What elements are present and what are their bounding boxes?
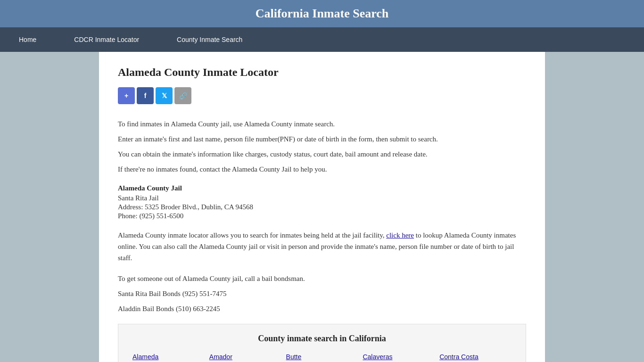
bail-block: To get someone out of Alameda County jai… xyxy=(118,273,526,314)
county-grid: AlamedaAmadorButteCalaverasContra CostaD… xyxy=(132,352,512,362)
main-nav: Home CDCR Inmate Locator County Inmate S… xyxy=(0,27,644,52)
main-content: Alameda County Inmate Locator + f 𝕏 🔗 To… xyxy=(99,52,545,362)
locator-text-before: Alameda County inmate locator allows you… xyxy=(118,231,386,239)
facebook-button[interactable]: f xyxy=(137,87,154,104)
jail-phone: Phone: (925) 551-6500 xyxy=(118,212,526,220)
copy-link-button[interactable]: 🔗 xyxy=(174,87,191,104)
county-search-title: County inmate search in California xyxy=(132,334,512,344)
page-title: Alameda County Inmate Locator xyxy=(118,66,526,79)
jail-info-block: Alameda County Jail Santa Rita Jail Addr… xyxy=(118,184,526,220)
county-link[interactable]: Contra Costa xyxy=(439,352,512,362)
jail-address: Address: 5325 Broder Blvd., Dublin, CA 9… xyxy=(118,203,526,211)
click-here-link[interactable]: click here xyxy=(386,231,414,239)
intro-para-4: If there're no inmates found, contact th… xyxy=(118,164,526,175)
bail-bonds-2: Aladdin Bail Bonds (510) 663-2245 xyxy=(118,303,526,314)
intro-para-2: Enter an inmate's first and last name, p… xyxy=(118,133,526,145)
bail-intro: To get someone out of Alameda County jai… xyxy=(118,273,526,284)
jail-facility: Santa Rita Jail xyxy=(118,194,526,202)
nav-home[interactable]: Home xyxy=(0,27,55,52)
nav-cdcr[interactable]: CDCR Inmate Locator xyxy=(55,27,158,52)
twitter-button[interactable]: 𝕏 xyxy=(156,87,173,104)
county-link[interactable]: Butte xyxy=(286,352,358,362)
bail-bonds-1: Santa Rita Bail Bonds (925) 551-7475 xyxy=(118,288,526,299)
share-button[interactable]: + xyxy=(118,87,135,104)
county-link[interactable]: Amador xyxy=(209,352,281,362)
nav-county[interactable]: County Inmate Search xyxy=(158,27,261,52)
site-header: California Inmate Search xyxy=(0,0,644,27)
intro-block: To find inmates in Alameda County jail, … xyxy=(118,118,526,175)
county-link[interactable]: Alameda xyxy=(132,352,205,362)
intro-para-3: You can obtain the inmate's information … xyxy=(118,148,526,160)
jail-name: Alameda County Jail xyxy=(118,184,526,192)
intro-para-1: To find inmates in Alameda County jail, … xyxy=(118,118,526,130)
site-title: California Inmate Search xyxy=(9,7,635,21)
share-buttons: + f 𝕏 🔗 xyxy=(118,87,526,104)
locator-block: Alameda County inmate locator allows you… xyxy=(118,230,526,263)
county-link[interactable]: Calaveras xyxy=(363,352,435,362)
county-search-box: County inmate search in California Alame… xyxy=(118,324,526,362)
locator-paragraph: Alameda County inmate locator allows you… xyxy=(118,230,526,263)
